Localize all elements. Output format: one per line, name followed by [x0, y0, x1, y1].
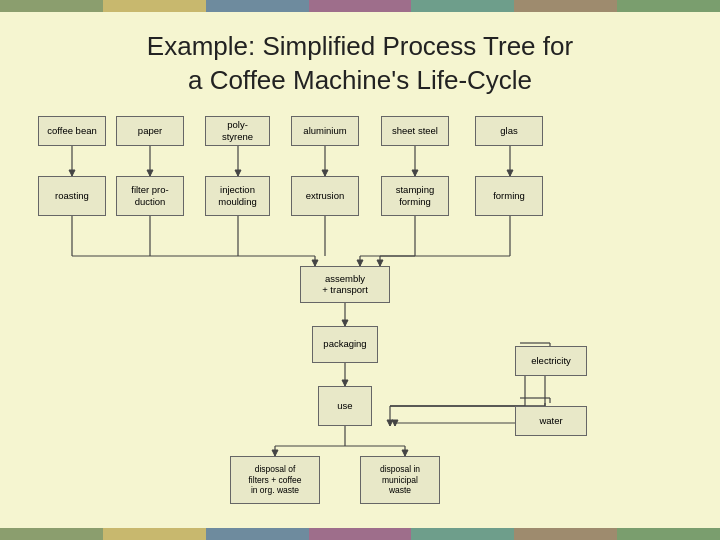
box-filter-production: filter pro- duction [116, 176, 184, 216]
box-disposal-filters: disposal of filters + coffee in org. was… [230, 456, 320, 504]
box-injection-moulding: injection moulding [205, 176, 270, 216]
box-aluminium: aluminium [291, 116, 359, 146]
bot-seg-2 [103, 528, 206, 540]
top-bar [0, 0, 720, 12]
bar-seg-2 [103, 0, 206, 12]
diagram: coffee bean paper poly- styrene aluminiu… [20, 108, 700, 488]
box-glas: glas [475, 116, 543, 146]
box-polystyrene: poly- styrene [205, 116, 270, 146]
bar-seg-7 [617, 0, 720, 12]
bar-seg-6 [514, 0, 617, 12]
box-assembly-transport: assembly + transport [300, 266, 390, 303]
box-extrusion: extrusion [291, 176, 359, 216]
box-packaging: packaging [312, 326, 378, 363]
box-coffee-bean: coffee bean [38, 116, 106, 146]
box-roasting: roasting [38, 176, 106, 216]
box-paper: paper [116, 116, 184, 146]
box-disposal-municipal: disposal in municipal waste [360, 456, 440, 504]
bot-seg-1 [0, 528, 103, 540]
page-title: Example: Simplified Process Tree for a C… [40, 30, 680, 98]
title-area: Example: Simplified Process Tree for a C… [0, 12, 720, 108]
bot-seg-6 [514, 528, 617, 540]
box-sheet-steel: sheet steel [381, 116, 449, 146]
box-forming: forming [475, 176, 543, 216]
box-stamping-forming: stamping forming [381, 176, 449, 216]
bot-seg-5 [411, 528, 514, 540]
bar-seg-1 [0, 0, 103, 12]
box-use: use [318, 386, 372, 426]
box-electricity: electricity [515, 346, 587, 376]
svg-marker-56 [392, 420, 398, 426]
bot-seg-7 [617, 528, 720, 540]
svg-marker-55 [387, 420, 393, 426]
bar-seg-3 [206, 0, 309, 12]
bar-seg-4 [309, 0, 412, 12]
bot-seg-4 [309, 528, 412, 540]
bottom-bar [0, 528, 720, 540]
bot-seg-3 [206, 528, 309, 540]
bar-seg-5 [411, 0, 514, 12]
box-water: water [515, 406, 587, 436]
